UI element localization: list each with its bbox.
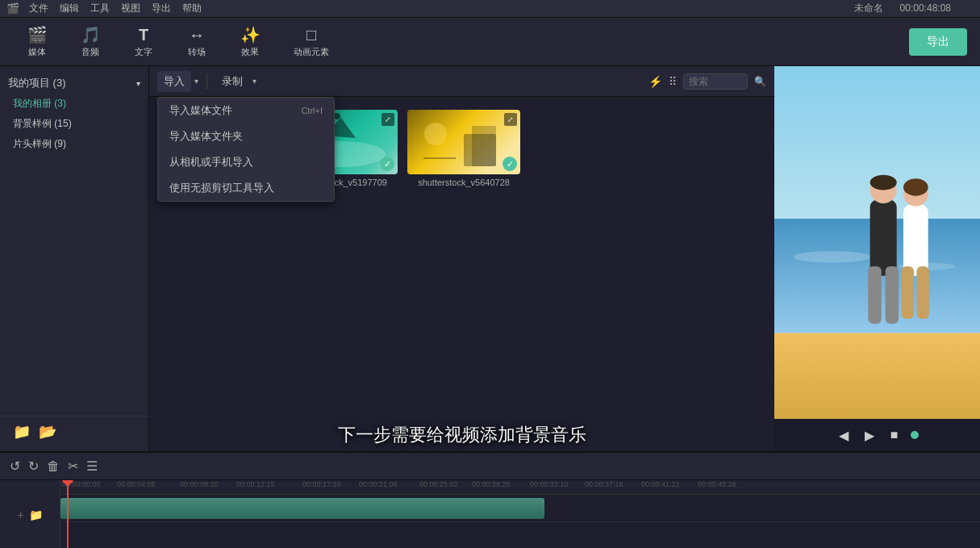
svg-rect-22 [917, 266, 929, 319]
preview-image [774, 66, 980, 419]
import-folder-item[interactable]: 导入媒体文件夹 [158, 123, 334, 149]
list-button[interactable]: ☰ [86, 458, 98, 474]
playhead[interactable] [67, 480, 69, 548]
timeline-gutter: + 📁 [0, 480, 60, 548]
toolbar-elements[interactable]: □ 动画元素 [279, 23, 344, 61]
menu-tool[interactable]: 工具 [90, 2, 110, 15]
media-item-3[interactable]: ⤢ ✓ shutterstock_v5640728 [407, 110, 520, 187]
import-tool-item[interactable]: 使用无损剪切工具导入 [158, 175, 334, 201]
export-button[interactable]: 导出 [909, 28, 967, 56]
filter-icon[interactable]: ⚡ [648, 75, 662, 88]
preview-stop-button[interactable]: ■ [887, 426, 902, 444]
timeline-track-2[interactable] [60, 522, 980, 548]
redo-button[interactable]: ↻ [28, 458, 39, 474]
toolbar-text[interactable]: T 文字 [119, 23, 168, 61]
import-dropdown-arrow[interactable]: ▾ [194, 77, 198, 86]
import-camera-item[interactable]: 从相机或手机导入 [158, 149, 334, 175]
media-icon: 🎬 [27, 25, 48, 44]
menu-export[interactable]: 导出 [152, 2, 171, 15]
ruler-mark-11: 00:00:45:26 [698, 480, 736, 488]
timeline-track-1[interactable] [60, 495, 980, 522]
ruler-mark-4: 00:00:17:10 [302, 480, 341, 488]
menu-view[interactable]: 视图 [121, 2, 140, 15]
toolbar-audio[interactable]: 🎵 音频 [66, 22, 115, 61]
import-camera-label: 从相机或手机导入 [169, 155, 253, 169]
toolbar-text-label: 文字 [135, 46, 152, 58]
record-dropdown-arrow[interactable]: ▾ [252, 77, 256, 86]
toolbar-audio-label: 音频 [81, 46, 99, 58]
timeline-area: ↺ ↻ 🗑 ✂ ☰ + 📁 00:00:00:00 00:00:04:05 00… [0, 451, 980, 548]
toolbar-transition[interactable]: ↔ 转场 [173, 23, 221, 61]
preview-rewind-button[interactable]: ◀ [836, 426, 852, 445]
delete-button[interactable]: 🗑 [47, 459, 60, 474]
main-toolbar: 🎬 媒体 🎵 音频 T 文字 ↔ 转场 ✨ 效果 □ 动画元素 导出 [0, 18, 980, 66]
svg-rect-12 [774, 333, 980, 419]
add-track-icon[interactable]: + [17, 508, 23, 521]
svg-point-5 [334, 113, 340, 119]
sidebar-bottom: 📁 📂 [0, 416, 149, 447]
sidebar-section-label: 我的项目 (3) [8, 76, 66, 90]
ruler-mark-7: 00:00:28:25 [472, 480, 511, 488]
sidebar: 我的项目 (3) ▾ 我的相册 (3) 背景样例 (15) 片头样例 (9) [0, 66, 149, 451]
ruler-mark-5: 00:00:21:06 [359, 480, 398, 488]
menu-help[interactable]: 帮助 [182, 2, 202, 15]
preview-dot-indicator [911, 431, 919, 439]
record-button[interactable]: 录制 [215, 71, 249, 92]
app-logo: 🎬 [6, 2, 19, 15]
toolbar-elements-label: 动画元素 [294, 46, 329, 58]
svg-rect-7 [472, 126, 496, 166]
undo-button[interactable]: ↺ [10, 458, 20, 474]
menu-bar: 🎬 文件 编辑 工具 视图 导出 帮助 未命名 00:00:48:08 [0, 0, 980, 18]
new-folder-icon[interactable]: 📁 [13, 423, 31, 441]
toolbar-transition-label: 转场 [188, 46, 206, 58]
track-clip-1 [60, 498, 544, 519]
effect-icon: ✨ [240, 25, 261, 44]
svg-point-23 [870, 175, 897, 190]
import-tool-label: 使用无损剪切工具导入 [169, 181, 274, 195]
sidebar-section-header[interactable]: 我的项目 (3) ▾ [0, 73, 148, 94]
toolbar-divider [206, 73, 207, 90]
ruler-mark-8: 00:00:33:10 [530, 480, 569, 488]
ruler-mark-1: 00:00:04:05 [117, 480, 156, 488]
search-input[interactable] [683, 73, 748, 90]
import-button[interactable]: 导入 [157, 71, 191, 92]
timeline-tracks[interactable]: 00:00:00:00 00:00:04:05 00:00:08:10 00:0… [60, 480, 980, 548]
search-icon: 🔍 [754, 76, 766, 87]
menu-edit[interactable]: 编辑 [60, 2, 79, 15]
transition-icon: ↔ [189, 26, 205, 44]
check-badge-2: ✓ [380, 157, 394, 171]
toolbar-effect[interactable]: ✨ 效果 [226, 22, 274, 61]
timeline-folder-icon: 📁 [29, 508, 43, 521]
new-item-icon[interactable]: 📂 [39, 423, 56, 441]
import-file-shortcut: Ctrl+I [301, 106, 323, 115]
toolbar-media[interactable]: 🎬 媒体 [13, 22, 61, 61]
expand-icon-3: ⤢ [504, 113, 517, 126]
ruler-mark-6: 00:00:25:02 [419, 480, 458, 488]
toolbar-media-label: 媒体 [28, 46, 46, 58]
sidebar-item-album[interactable]: 我的相册 (3) [0, 94, 148, 114]
import-dropdown-menu: 导入媒体文件 Ctrl+I 导入媒体文件夹 从相机或手机导入 使用无损剪切工具导… [157, 97, 335, 202]
svg-rect-17 [868, 266, 882, 324]
timeline-track-area: + 📁 00:00:00:00 00:00:04:05 00:00:08:10 … [0, 480, 980, 548]
sidebar-item-background[interactable]: 背景样例 (15) [0, 114, 148, 134]
preview-video [774, 66, 980, 419]
import-folder-label: 导入媒体文件夹 [169, 129, 243, 144]
preview-controls: ◀ ▶ ■ [774, 419, 980, 451]
expand-icon-2: ⤢ [382, 113, 394, 126]
toolbar-right: ⚡ ⠿ 🔍 [648, 73, 766, 90]
svg-point-8 [424, 123, 447, 145]
svg-rect-21 [902, 266, 914, 319]
preview-play-button[interactable]: ▶ [861, 426, 878, 445]
elements-icon: □ [307, 26, 316, 44]
check-badge-3: ✓ [503, 157, 517, 171]
cut-button[interactable]: ✂ [68, 458, 78, 474]
title-display: 未命名 00:00:48:08 [854, 2, 962, 15]
text-icon: T [139, 26, 148, 44]
menu-file[interactable]: 文件 [29, 2, 48, 15]
import-file-item[interactable]: 导入媒体文件 Ctrl+I [158, 98, 334, 123]
toolbar-effect-label: 效果 [241, 46, 259, 58]
sidebar-item-clip[interactable]: 片头样例 (9) [0, 134, 148, 154]
grid-icon[interactable]: ⠿ [669, 75, 677, 88]
ruler-mark-9: 00:00:37:16 [585, 480, 623, 488]
content-area: 导入 ▾ 录制 ▾ ⚡ ⠿ 🔍 导入媒体文件 Ctrl+I 导入媒体文件夹 [149, 66, 774, 451]
